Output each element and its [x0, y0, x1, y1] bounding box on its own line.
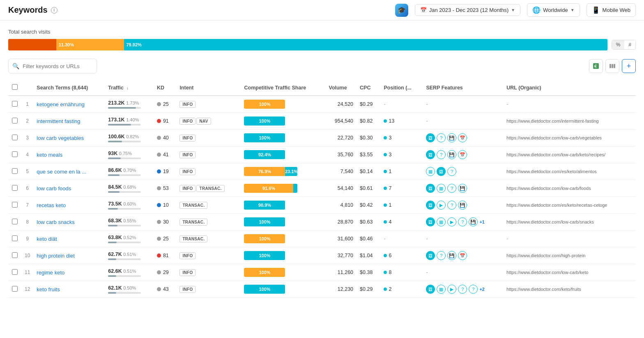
row-checkbox[interactable]	[12, 168, 18, 174]
traffic-cell: 63.8K 0.52%	[105, 231, 154, 247]
row-checkbox[interactable]	[12, 101, 18, 107]
row-number: 6	[21, 180, 33, 197]
url-link[interactable]: https://www.dietdoctor.com/low-carb/food…	[506, 186, 591, 191]
info-icon[interactable]: i	[51, 7, 58, 14]
row-checkbox[interactable]	[12, 219, 18, 224]
keyword-link[interactable]: ketogene ernährung	[37, 101, 84, 107]
row-checkbox[interactable]	[12, 202, 18, 208]
url-link[interactable]: https://www.dietdoctor.com/es/keto/alime…	[506, 169, 597, 174]
keyword-link[interactable]: intermittent fasting	[37, 118, 80, 124]
row-checkbox-cell[interactable]	[8, 113, 21, 130]
col-position[interactable]: Position (...	[380, 80, 423, 96]
position-value: 4	[389, 219, 391, 225]
row-checkbox[interactable]	[12, 269, 18, 275]
row-checkbox-cell[interactable]	[8, 231, 21, 247]
row-checkbox-cell[interactable]	[8, 281, 21, 298]
col-kd[interactable]: KD	[154, 80, 176, 96]
traffic-percent: 0.70%	[123, 168, 136, 173]
col-volume[interactable]: Volume	[325, 80, 356, 96]
keyword-link[interactable]: high protein diet	[37, 253, 75, 259]
col-intent[interactable]: Intent	[176, 80, 241, 96]
serp-icon-outline: ▶	[437, 201, 446, 210]
row-checkbox[interactable]	[12, 235, 18, 241]
intent-cell: INFO	[176, 96, 241, 113]
url-link[interactable]: https://www.dietdoctor.com/keto/fruits	[506, 287, 581, 292]
row-checkbox[interactable]	[12, 185, 18, 191]
keyword-link[interactable]: recetas keto	[37, 202, 66, 208]
globe-icon: 🌐	[532, 6, 540, 14]
row-checkbox-cell[interactable]	[8, 146, 21, 163]
export-excel-button[interactable]: X	[589, 59, 603, 73]
traffic-percent: 0.60%	[123, 201, 136, 206]
position-value: 7	[389, 185, 391, 191]
keyword-link[interactable]: low carb foods	[37, 185, 71, 192]
columns-button[interactable]	[605, 59, 619, 73]
serp-icon-outline: ?	[437, 251, 446, 260]
url-link[interactable]: https://www.dietdoctor.com/low-carb/vege…	[506, 135, 602, 140]
cpc-cell: $0.29	[356, 281, 380, 298]
row-checkbox-cell[interactable]	[8, 264, 21, 281]
intent-badge: INFO	[179, 118, 196, 125]
col-url[interactable]: URL (Organic)	[503, 80, 636, 96]
keyword-link[interactable]: low carb vegetables	[37, 135, 84, 141]
traffic-value: 62.7K	[108, 251, 122, 257]
url-link[interactable]: https://www.dietdoctor.com/low-carb/keto	[506, 270, 588, 275]
col-search-terms[interactable]: Search Terms (8,644)	[33, 80, 105, 96]
row-checkbox[interactable]	[12, 135, 18, 140]
traffic-mini-fill	[108, 208, 118, 210]
keyword-link[interactable]: low carb snacks	[37, 219, 74, 225]
location-button[interactable]: 🌐 Worldwide ▼	[527, 3, 580, 17]
traffic-cell: 73.5K 0.60%	[105, 197, 154, 214]
row-checkbox[interactable]	[12, 118, 18, 123]
pos-dot	[384, 119, 387, 123]
add-button[interactable]: +	[622, 59, 636, 73]
row-checkbox-cell[interactable]	[8, 247, 21, 264]
col-comp-traffic[interactable]: Competitive Traffic Share	[241, 80, 325, 96]
url-link[interactable]: https://www.dietdoctor.com/es/keto/recet…	[506, 203, 607, 208]
position-cell-outer: 7	[380, 180, 423, 197]
keyword-link[interactable]: keto fruits	[37, 286, 60, 292]
intent-badge: INFO	[179, 252, 196, 259]
row-checkbox-cell[interactable]	[8, 197, 21, 214]
kd-cell: 40	[154, 130, 176, 146]
row-checkbox-cell[interactable]	[8, 130, 21, 146]
col-num	[21, 80, 33, 96]
toggle-hash-button[interactable]: #	[624, 40, 635, 49]
position-cell: 1	[384, 202, 419, 208]
academy-icon[interactable]: 🎓	[395, 4, 408, 17]
filter-input[interactable]	[8, 59, 97, 73]
device-button[interactable]: 📱 Mobile Web	[586, 3, 636, 17]
keyword-link[interactable]: keto diät	[37, 236, 57, 242]
row-checkbox-cell[interactable]	[8, 214, 21, 231]
kd-cell: 81	[154, 247, 176, 264]
serp-icon-outline: 💾	[458, 184, 467, 193]
row-checkbox-cell[interactable]	[8, 180, 21, 197]
row-checkbox-cell[interactable]	[8, 163, 21, 180]
kd-value: 29	[163, 269, 169, 275]
select-all-checkbox[interactable]	[12, 84, 18, 90]
intent-badge: TRANSAC.	[179, 219, 207, 226]
keyword-link[interactable]: keto meals	[37, 152, 62, 158]
traffic-bar-container: 11.30% 79.92% % #	[8, 39, 636, 50]
traffic-cell: 93K 0.75%	[105, 146, 154, 163]
col-cpc[interactable]: CPC	[356, 80, 380, 96]
select-all-header[interactable]	[8, 80, 21, 96]
url-link[interactable]: https://www.dietdoctor.com/low-carb/keto…	[506, 152, 605, 157]
col-serp[interactable]: SERP Features	[423, 80, 503, 96]
row-checkbox-cell[interactable]	[8, 96, 21, 113]
row-checkbox[interactable]	[12, 286, 18, 292]
col-traffic[interactable]: Traffic ↓	[105, 80, 154, 96]
traffic-percent: 0.50%	[123, 285, 136, 290]
row-checkbox[interactable]	[12, 151, 18, 157]
bar-toggle: % #	[612, 40, 636, 50]
url-link[interactable]: https://www.dietdoctor.com/low-carb/snac…	[506, 219, 594, 224]
traffic-cell: 213.2K 1.73%	[105, 96, 154, 113]
url-link[interactable]: https://www.dietdoctor.com/high-protein	[506, 253, 585, 258]
keyword-link[interactable]: que se come en la ...	[37, 169, 86, 175]
date-range-button[interactable]: 📅 Jan 2023 - Dec 2023 (12 Months) ▼	[415, 4, 521, 16]
url-link[interactable]: https://www.dietdoctor.com/intermittent-…	[506, 119, 598, 123]
row-checkbox[interactable]	[12, 252, 18, 258]
toggle-pct-button[interactable]: %	[612, 40, 625, 49]
intent-badge: INFO	[179, 185, 196, 192]
keyword-link[interactable]: regime keto	[37, 269, 64, 276]
